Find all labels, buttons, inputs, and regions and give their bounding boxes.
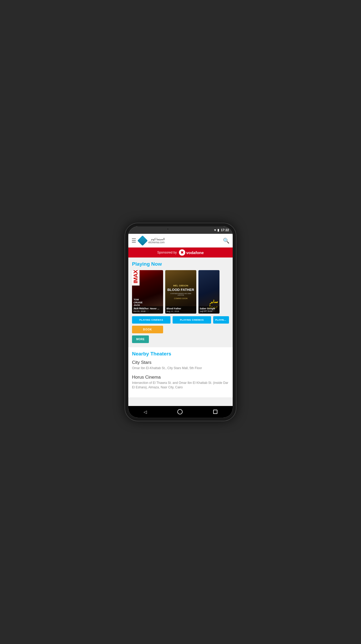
status-time: 17:22 [221, 228, 229, 232]
logo-container: السينما.كوم elcinema.com [139, 237, 223, 244]
phone-frame: ▾ ▮ 17:22 ☰ السينما.كوم elcinema.com 🔍 [125, 223, 236, 421]
nav-home-button[interactable] [173, 407, 187, 417]
playing-cinemas-btn-3[interactable]: PLAYING CIN... [213, 316, 229, 324]
nearby-theaters-section: Nearby Theaters City Stars Omar Ibn El-K… [128, 347, 233, 397]
movie-date-jack: Oct 21, 2016 [133, 310, 162, 313]
playing-now-title: Playing Now [132, 261, 229, 267]
vodafone-name: vodafone [186, 250, 204, 255]
app-content: ☰ السينما.كوم elcinema.com 🔍 Sponsored b… [128, 234, 233, 406]
phone-speaker [173, 229, 188, 231]
movie-name-blood: Blood Father [167, 307, 195, 310]
playing-cinemas-btn-1[interactable]: PLAYING CINEMAS [132, 316, 170, 324]
theater-item-horus[interactable]: Horus Cinema Intersection of El Thawra S… [132, 375, 229, 390]
nav-back-button[interactable]: ◁ [139, 407, 151, 417]
playing-now-section: Playing Now TOM CRUISE JACK REACHER [128, 257, 233, 346]
theater-item-city-stars[interactable]: City Stars Omar Ibn El-Khattab St., City… [132, 360, 229, 370]
movie-poster-jack-reacher: TOM CRUISE JACK REACHER NEVER GO BACK Ja… [132, 270, 163, 314]
wifi-icon: ▾ [214, 228, 216, 232]
logo-arabic: السينما.كوم [148, 237, 165, 241]
movie-name-saber: Saber Google [200, 307, 218, 310]
logo-text: السينما.كوم elcinema.com [148, 237, 165, 244]
sponsor-text: Sponsored by [157, 251, 177, 254]
movie-date-saber: Sep 07, 2016 [200, 310, 218, 313]
menu-icon[interactable]: ☰ [131, 237, 136, 244]
vodafone-logo: ✖ vodafone [179, 249, 204, 256]
nav-recent-icon [213, 410, 217, 414]
book-row: BOOK [132, 326, 229, 333]
movie-info-blood: Blood Father Aug 12, 2016 [165, 306, 196, 314]
battery-icon: ▮ [217, 228, 219, 232]
book-button[interactable]: BOOK [132, 326, 163, 333]
movie-card-blood-father[interactable]: MEL GIBSON BLOOD FATHER A FATHER MAKES H… [165, 270, 196, 314]
phone-camera [167, 228, 169, 230]
movies-row: TOM CRUISE JACK REACHER NEVER GO BACK Ja… [132, 270, 229, 314]
playing-cinemas-btn-2[interactable]: PLAYING CINEMAS [173, 316, 211, 324]
theater-address-city-stars: Omar Ibn El-Khattab St., City Stars Mall… [132, 366, 229, 370]
playing-cinemas-row: PLAYING CINEMAS PLAYING CINEMAS PLAYING … [132, 316, 229, 324]
bottom-nav: ◁ [128, 406, 233, 418]
movie-date-blood: Aug 12, 2016 [167, 310, 195, 313]
movie-poster-blood-father: MEL GIBSON BLOOD FATHER A FATHER MAKES H… [165, 270, 196, 314]
movie-card-saber-google[interactable]: سابر جوجل SABER GOO... Saber Google Sep … [198, 270, 219, 314]
phone-screen: ▾ ▮ 17:22 ☰ السينما.كوم elcinema.com 🔍 [128, 226, 233, 418]
app-bar: ☰ السينما.كوم elcinema.com 🔍 [128, 234, 233, 247]
theater-address-horus: Intersection of El Thawra St. and Omar I… [132, 381, 229, 390]
search-icon[interactable]: 🔍 [223, 237, 230, 244]
sponsor-banner: Sponsored by ✖ vodafone [128, 247, 233, 257]
movie-poster-saber: سابر جوجل SABER GOO... Saber Google Sep … [198, 270, 219, 314]
vodafone-circle-icon: ✖ [179, 249, 185, 256]
nearby-theaters-title: Nearby Theaters [132, 351, 229, 357]
theater-name-horus: Horus Cinema [132, 375, 229, 380]
movie-card-jack-reacher[interactable]: TOM CRUISE JACK REACHER NEVER GO BACK Ja… [132, 270, 163, 314]
movie-name-jack: Jack Reacher: Never ... [133, 307, 162, 310]
logo-diamond-icon [137, 235, 148, 246]
movie-info-jack: Jack Reacher: Never ... Oct 21, 2016 [132, 306, 163, 314]
more-row: MORE [132, 335, 229, 343]
nav-recent-button[interactable] [209, 408, 222, 416]
more-button[interactable]: MORE [132, 335, 149, 343]
movie-info-saber: Saber Google Sep 07, 2016 [198, 306, 219, 314]
theater-name-city-stars: City Stars [132, 360, 229, 365]
nav-home-icon [177, 409, 183, 414]
logo-english: elcinema.com [148, 241, 165, 244]
